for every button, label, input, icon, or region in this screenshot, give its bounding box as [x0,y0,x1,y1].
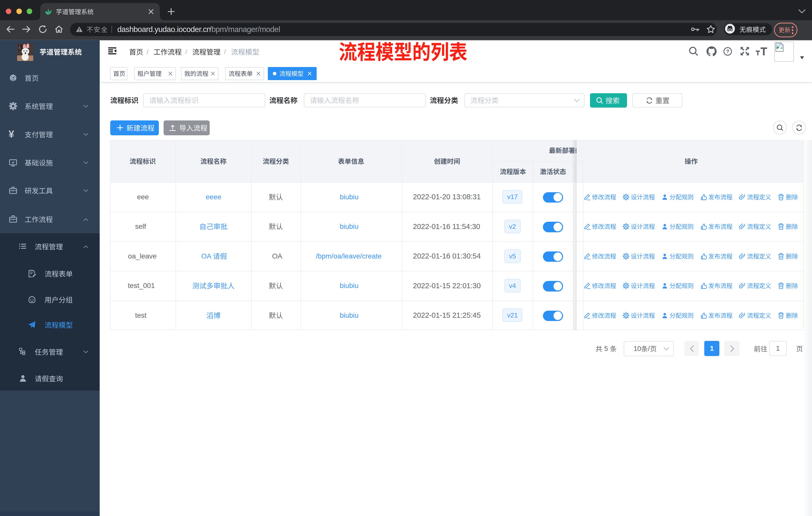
svg-text:?: ? [726,48,729,54]
svg-text:¥: ¥ [8,130,14,139]
